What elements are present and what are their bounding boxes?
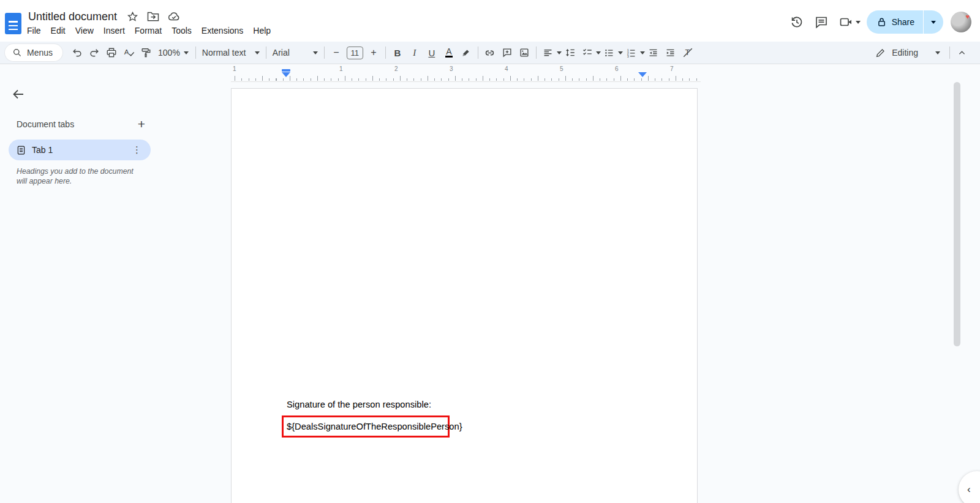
undo-button[interactable]: [69, 44, 86, 61]
placeholder-highlight-box[interactable]: ${DealsSignatureOfTheResponsiblePerson}: [282, 415, 450, 438]
ruler-number: 4: [505, 65, 508, 72]
menubar: FileEditViewInsertFormatToolsExtensionsH…: [22, 24, 276, 37]
document-tabs-title: Document tabs: [17, 119, 74, 129]
menubar-item[interactable]: Edit: [46, 24, 70, 37]
bulleted-list-icon[interactable]: [601, 44, 618, 61]
clear-formatting-icon[interactable]: T: [679, 44, 696, 61]
font-family-value: Arial: [273, 48, 290, 58]
meet-video-icon[interactable]: [834, 10, 858, 34]
zoom-caret-icon: [184, 51, 189, 54]
menubar-item[interactable]: Extensions: [197, 24, 248, 37]
collapse-panel-button[interactable]: ‹: [959, 471, 980, 503]
ruler-number: 6: [615, 65, 619, 72]
account-avatar[interactable]: ♥: [951, 12, 971, 32]
numbered-list-icon[interactable]: 123: [623, 44, 640, 61]
line-spacing-icon[interactable]: [562, 44, 579, 61]
document-tabs-sidebar: Document tabs + Tab 1 ⋮ Headings you add…: [0, 65, 231, 503]
editing-mode-value: Editing: [892, 48, 918, 58]
cloud-saved-icon[interactable]: [167, 10, 181, 23]
menubar-item[interactable]: Tools: [167, 24, 197, 37]
search-menus-label: Menus: [27, 48, 53, 58]
share-button[interactable]: Share: [867, 10, 943, 34]
horizontal-ruler[interactable]: 11234567: [231, 65, 701, 82]
add-comment-icon[interactable]: [499, 44, 516, 61]
increase-indent-icon[interactable]: [662, 44, 679, 61]
sidebar-tab-item[interactable]: Tab 1 ⋮: [9, 140, 151, 160]
highlight-color-icon[interactable]: [458, 44, 475, 61]
move-folder-icon[interactable]: [146, 10, 160, 23]
decrease-font-size-button[interactable]: −: [328, 44, 345, 61]
paragraph-styles-control[interactable]: Normal text: [199, 48, 263, 58]
numbered-list-caret-icon[interactable]: [640, 51, 645, 54]
add-tab-button[interactable]: +: [138, 119, 145, 130]
insert-image-icon[interactable]: [516, 44, 533, 61]
share-button-label: Share: [892, 17, 914, 27]
bulleted-list-caret-icon[interactable]: [618, 51, 623, 54]
search-menus-button[interactable]: Menus: [5, 44, 62, 61]
styles-caret-icon: [255, 51, 260, 54]
google-docs-logo-icon[interactable]: [5, 13, 21, 34]
menubar-item[interactable]: Format: [130, 24, 167, 37]
document-page[interactable]: Signature of the person responsible: ${D…: [231, 88, 698, 503]
menubar-item[interactable]: View: [70, 24, 99, 37]
bold-button[interactable]: B: [389, 44, 406, 61]
editing-mode-control[interactable]: Editing: [869, 48, 946, 58]
collapse-toolbar-button[interactable]: [953, 44, 970, 61]
share-dropdown-button[interactable]: [924, 10, 943, 34]
search-icon: [12, 48, 22, 58]
star-icon[interactable]: [126, 10, 139, 23]
right-indent-marker[interactable]: [638, 72, 647, 77]
align-control[interactable]: [540, 44, 557, 61]
editing-caret-icon: [935, 51, 940, 54]
text-color-label: A: [445, 48, 452, 58]
text-color-button[interactable]: A: [440, 44, 458, 61]
tab-label: Tab 1: [32, 145, 130, 155]
menubar-item[interactable]: File: [22, 24, 46, 37]
chevron-left-icon: ‹: [967, 483, 971, 496]
comments-icon[interactable]: [809, 10, 834, 34]
menubar-item[interactable]: Help: [248, 24, 276, 37]
formatting-toolbar: Menus A 100% Normal text Arial − 11 + B …: [0, 42, 980, 64]
back-arrow-icon[interactable]: [11, 87, 27, 103]
document-area: 11234567 Signature of the person respons…: [231, 65, 980, 503]
document-title[interactable]: Untitled document: [28, 10, 117, 23]
ruler-number: 5: [560, 65, 564, 72]
first-line-indent-marker[interactable]: [282, 69, 290, 72]
svg-text:A: A: [124, 48, 129, 56]
lock-icon: [876, 17, 887, 28]
decrease-indent-icon[interactable]: [645, 44, 662, 61]
placeholder-text[interactable]: ${DealsSignatureOfTheResponsiblePerson}: [284, 422, 462, 431]
italic-button[interactable]: I: [406, 44, 423, 61]
insert-link-icon[interactable]: [481, 44, 499, 61]
meet-dropdown-caret-icon[interactable]: [856, 21, 861, 24]
app-header: Untitled document FileEditViewInsertForm…: [0, 0, 980, 42]
document-text-line[interactable]: Signature of the person responsible:: [287, 400, 431, 409]
checklist-icon[interactable]: [579, 44, 596, 61]
print-icon[interactable]: [103, 44, 120, 61]
paint-format-icon[interactable]: [137, 44, 154, 61]
tab-options-icon[interactable]: ⋮: [130, 144, 143, 155]
vertical-scrollbar[interactable]: [954, 82, 960, 346]
align-caret-icon[interactable]: [557, 51, 562, 54]
ruler-number: 7: [670, 65, 674, 72]
paragraph-style-value: Normal text: [202, 48, 246, 58]
share-caret-icon: [931, 21, 936, 24]
ruler-number: 1: [339, 65, 343, 72]
version-history-icon[interactable]: [785, 10, 809, 34]
headings-empty-hint: Headings you add to the document will ap…: [17, 167, 139, 186]
font-size-input[interactable]: 11: [347, 47, 363, 59]
zoom-control[interactable]: 100%: [154, 48, 192, 58]
font-family-control[interactable]: Arial: [270, 48, 321, 58]
workspace: Document tabs + Tab 1 ⋮ Headings you add…: [0, 65, 980, 503]
pencil-icon: [875, 48, 886, 58]
increase-font-size-button[interactable]: +: [365, 44, 382, 61]
redo-button[interactable]: [86, 44, 103, 61]
ruler-number: 1: [233, 65, 236, 72]
spell-check-icon[interactable]: A: [120, 44, 137, 61]
checklist-caret-icon[interactable]: [596, 51, 601, 54]
left-indent-marker[interactable]: [282, 72, 290, 77]
svg-text:3: 3: [627, 54, 629, 58]
menubar-item[interactable]: Insert: [99, 24, 130, 37]
ruler-number: 3: [450, 65, 453, 72]
underline-button[interactable]: U: [423, 44, 440, 61]
